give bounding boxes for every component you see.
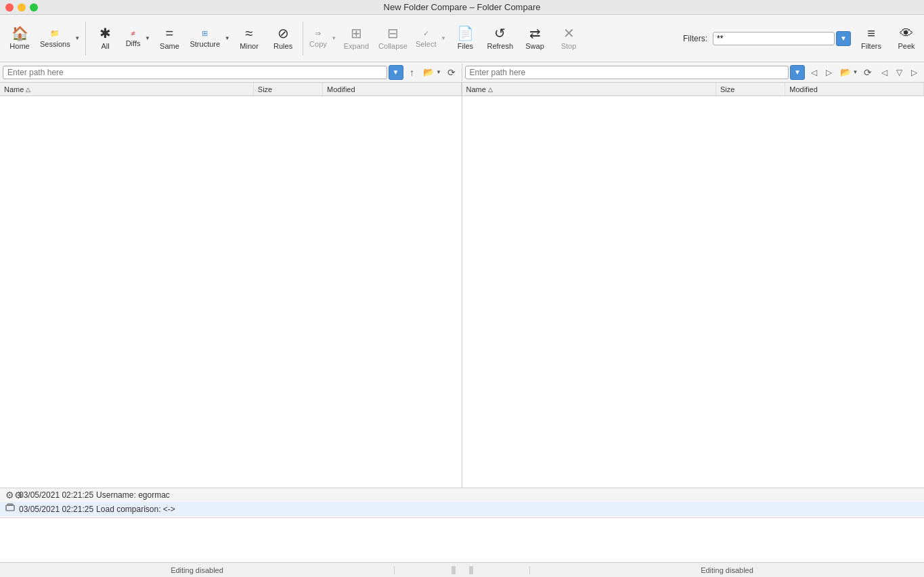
minor-button[interactable]: Minor bbox=[232, 18, 266, 60]
title-bar: New Folder Compare – Folder Compare bbox=[0, 0, 924, 15]
swap-icon bbox=[529, 26, 541, 40]
right-nav-left-button[interactable]: ◁ bbox=[806, 65, 821, 80]
status-left: Editing disabled bbox=[0, 566, 395, 574]
left-path-dropdown-button[interactable]: ▼ bbox=[389, 65, 403, 80]
left-size-header[interactable]: Size bbox=[254, 83, 323, 95]
separator-1 bbox=[85, 22, 86, 56]
window-controls bbox=[5, 3, 38, 12]
left-path-input[interactable] bbox=[3, 66, 387, 79]
left-name-header[interactable]: Name △ bbox=[0, 83, 254, 95]
expand-label: Expand bbox=[344, 42, 369, 50]
stop-label: Stop bbox=[561, 42, 577, 50]
right-nav-right2-button[interactable]: ▷ bbox=[906, 65, 921, 80]
filters-button[interactable]: Filters bbox=[856, 18, 886, 60]
rules-icon bbox=[278, 26, 289, 40]
status-center bbox=[395, 566, 530, 574]
status-right: Editing disabled bbox=[530, 566, 924, 574]
refresh-button[interactable]: Refresh bbox=[482, 18, 518, 60]
right-column-headers: Name △ Size Modified bbox=[462, 83, 925, 95]
minimize-button[interactable] bbox=[18, 3, 26, 12]
status-dot-2 bbox=[469, 566, 473, 574]
select-icon bbox=[423, 29, 429, 38]
refresh-label: Refresh bbox=[487, 42, 513, 50]
select-dropdown-button[interactable]: ▼ bbox=[439, 18, 448, 60]
log-text-1: 03/05/2021 02:21:25 bbox=[19, 490, 93, 500]
right-nav-right-button[interactable]: ▷ bbox=[821, 65, 836, 80]
path-right: ▼ ◁ ▷ 📂 ▼ ⟳ ◁ ▽ ▷ bbox=[462, 64, 925, 81]
diffs-button[interactable]: Diffs bbox=[123, 18, 144, 60]
left-name-label: Name bbox=[4, 85, 24, 93]
toolbar-group-actions: Copy ▼ Expand Collapse Select ▼ Files Re… bbox=[306, 18, 586, 60]
right-pane[interactable] bbox=[462, 96, 925, 488]
left-size-label: Size bbox=[258, 85, 272, 93]
structure-split-button: Structure ▼ bbox=[186, 18, 232, 60]
window-title: New Folder Compare – Folder Compare bbox=[384, 2, 541, 12]
same-button[interactable]: Same bbox=[152, 18, 186, 60]
right-size-header[interactable]: Size bbox=[716, 83, 785, 95]
sessions-label: Sessions bbox=[40, 40, 70, 48]
all-label: All bbox=[102, 42, 110, 50]
sessions-icon bbox=[50, 29, 60, 38]
home-button[interactable]: Home bbox=[3, 18, 37, 60]
status-right-text: Editing disabled bbox=[701, 566, 753, 574]
log-icon-1: ⚙ bbox=[5, 490, 16, 500]
filters-input-group: ▼ bbox=[713, 31, 851, 46]
minor-icon bbox=[246, 26, 253, 40]
expand-button[interactable]: Expand bbox=[339, 18, 374, 60]
rules-button[interactable]: Rules bbox=[266, 18, 300, 60]
left-folder-split: 📂 ▼ bbox=[421, 65, 443, 80]
select-split-button: Select ▼ bbox=[412, 18, 449, 60]
filters-label: Filters: bbox=[683, 34, 707, 43]
left-sort-icon: △ bbox=[26, 86, 30, 93]
collapse-button[interactable]: Collapse bbox=[374, 18, 412, 60]
left-sync-button[interactable]: ⟳ bbox=[444, 65, 459, 80]
right-name-header[interactable]: Name △ bbox=[462, 83, 716, 95]
left-go-up-button[interactable]: ↑ bbox=[405, 65, 420, 80]
copy-dropdown-button[interactable]: ▼ bbox=[330, 18, 339, 60]
left-pane[interactable] bbox=[0, 96, 462, 488]
stop-button[interactable]: Stop bbox=[552, 18, 586, 60]
status-dot-1 bbox=[452, 566, 456, 574]
sessions-button[interactable]: Sessions bbox=[37, 18, 73, 60]
right-path-dropdown-button[interactable]: ▼ bbox=[790, 65, 805, 80]
structure-dropdown-button[interactable]: ▼ bbox=[223, 18, 232, 60]
swap-button[interactable]: Swap bbox=[518, 18, 552, 60]
column-headers: Name △ Size Modified Name △ Size Modifie… bbox=[0, 83, 924, 96]
right-path-input[interactable] bbox=[465, 66, 789, 79]
diffs-split-button: Diffs ▼ bbox=[123, 18, 153, 60]
left-folder-button[interactable]: 📂 bbox=[421, 65, 436, 80]
right-modified-header[interactable]: Modified bbox=[785, 83, 924, 95]
filters-input[interactable] bbox=[713, 32, 835, 45]
toolbar-group-filter: All Diffs ▼ Same Structure ▼ Minor Ru bbox=[89, 18, 300, 60]
left-folder-dropdown-button[interactable]: ▼ bbox=[436, 65, 443, 80]
filters-dropdown-button[interactable]: ▼ bbox=[836, 31, 851, 46]
path-left: ▼ ↑ 📂 ▼ ⟳ bbox=[0, 64, 462, 81]
left-column-headers: Name △ Size Modified bbox=[0, 83, 462, 95]
files-button[interactable]: Files bbox=[448, 18, 482, 60]
right-nav-group: ◁ ▷ bbox=[806, 65, 836, 80]
right-nav-down-button[interactable]: ▽ bbox=[892, 65, 906, 80]
structure-label: Structure bbox=[190, 40, 220, 48]
diffs-label: Diffs bbox=[126, 39, 141, 47]
right-folder-split: 📂 ▼ bbox=[837, 65, 859, 80]
home-label: Home bbox=[9, 42, 29, 50]
files-label: Files bbox=[458, 42, 473, 50]
left-modified-label: Modified bbox=[327, 85, 355, 93]
status-left-text: Editing disabled bbox=[171, 566, 223, 574]
log-message-1: Username: egormac bbox=[96, 490, 170, 500]
sessions-dropdown-button[interactable]: ▼ bbox=[73, 18, 83, 60]
right-sync-button[interactable]: ⟳ bbox=[860, 65, 875, 80]
diffs-dropdown-button[interactable]: ▼ bbox=[143, 18, 152, 60]
structure-button[interactable]: Structure bbox=[186, 18, 223, 60]
copy-button[interactable]: Copy bbox=[306, 18, 330, 60]
right-folder-dropdown-button[interactable]: ▼ bbox=[852, 65, 859, 80]
refresh-icon bbox=[494, 26, 506, 40]
peek-button[interactable]: Peek bbox=[892, 18, 921, 60]
all-button[interactable]: All bbox=[89, 18, 123, 60]
right-folder-button[interactable]: 📂 bbox=[837, 65, 852, 80]
maximize-button[interactable] bbox=[30, 3, 38, 12]
left-modified-header[interactable]: Modified bbox=[323, 83, 461, 95]
select-button[interactable]: Select bbox=[412, 18, 439, 60]
right-nav-left2-button[interactable]: ◁ bbox=[877, 65, 892, 80]
close-button[interactable] bbox=[5, 3, 14, 12]
